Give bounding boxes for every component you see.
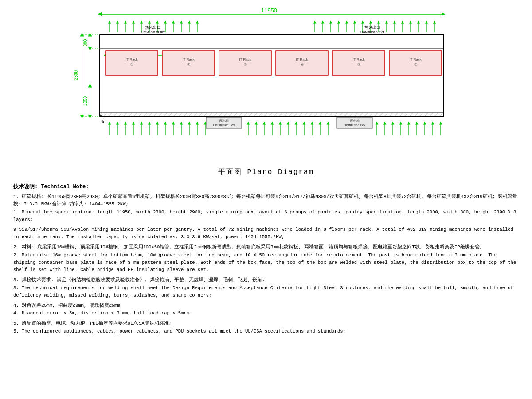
svg-text:IT Rack: IT Rack	[239, 58, 251, 62]
svg-text:IT Rack: IT Rack	[125, 58, 138, 62]
note-5-cn: 5. 所配置的插座、电缆、动力柜、PDU插座等均要求UL/CSA满足和标准;	[13, 320, 519, 327]
note-1-en: 1. Mineral box specification: length 119…	[13, 209, 519, 224]
svg-text:IT Rack: IT Rack	[296, 58, 308, 62]
svg-text:③: ③	[244, 62, 247, 66]
note-4-en: 4. Diagonal error ≤ 5m, distortion ≤ 3 m…	[13, 310, 519, 317]
svg-text:IT Rack: IT Rack	[352, 58, 365, 62]
svg-text:②: ②	[187, 62, 190, 66]
note-5-en: 5. The configured appliances, cables, po…	[13, 328, 519, 335]
note-2-en: 2. Materials: 16# groove steel for botto…	[13, 252, 519, 274]
diagram-title: 平面图 Plane Diagram	[4, 167, 528, 177]
note-1-en2: 9 S19/S17/Shenma 30S/Avalon mining machi…	[13, 226, 519, 241]
svg-text:ti: ti	[102, 120, 104, 124]
diagram-area: 11950	[4, 4, 528, 164]
svg-text:①: ①	[130, 62, 133, 66]
svg-text:IT Rack: IT Rack	[182, 58, 195, 62]
note-4-cn: 4. 对角误差≤5mm, 扭曲度≤3mm, 满载挠度≤5mm	[13, 302, 519, 310]
svg-text:④: ④	[301, 62, 304, 66]
svg-text:300: 300	[83, 39, 88, 46]
svg-text:1050: 1050	[83, 96, 88, 106]
note-3-cn: 3. 焊接技术要求: 满足《钢结构检收验收要求及验收准备》, 焊接饱满、平整、无…	[13, 276, 519, 284]
svg-text:热风出口: 热风出口	[145, 25, 161, 30]
svg-text:11950: 11950	[261, 7, 277, 14]
page: 11950	[0, 0, 532, 399]
notes-section: 技术说明: Technical Note: 1. 矿箱规格: 长11950宽23…	[4, 183, 528, 335]
note-2-cn: 2. 材料: 底梁采用16#槽钢, 顶梁采用10#槽钢, 加固采用100×50矩…	[13, 244, 519, 251]
svg-text:⑥: ⑥	[414, 62, 417, 66]
svg-text:配电箱: 配电箱	[350, 119, 360, 123]
svg-text:热风出口: 热风出口	[364, 25, 380, 30]
svg-text:⑤: ⑤	[357, 62, 360, 66]
svg-text:2300: 2300	[74, 70, 78, 80]
notes-header: 技术说明: Technical Note:	[13, 183, 519, 191]
svg-rect-106	[100, 113, 443, 116]
svg-text:Hot-blast outlet: Hot-blast outlet	[141, 30, 165, 34]
svg-text:Hot-blast outlet: Hot-blast outlet	[360, 30, 385, 34]
note-3-en: 3. The technical requirements for weldin…	[13, 284, 519, 299]
svg-text:Distribution Box: Distribution Box	[213, 124, 235, 127]
svg-text:IT Rack: IT Rack	[409, 58, 422, 62]
svg-text:配电箱: 配电箱	[219, 119, 229, 123]
svg-text:Distribution Box: Distribution Box	[344, 124, 366, 127]
note-1-cn: 1. 矿箱规格: 长11950宽2300高2980; 单个矿箱布置6组机架, 机…	[13, 193, 519, 208]
